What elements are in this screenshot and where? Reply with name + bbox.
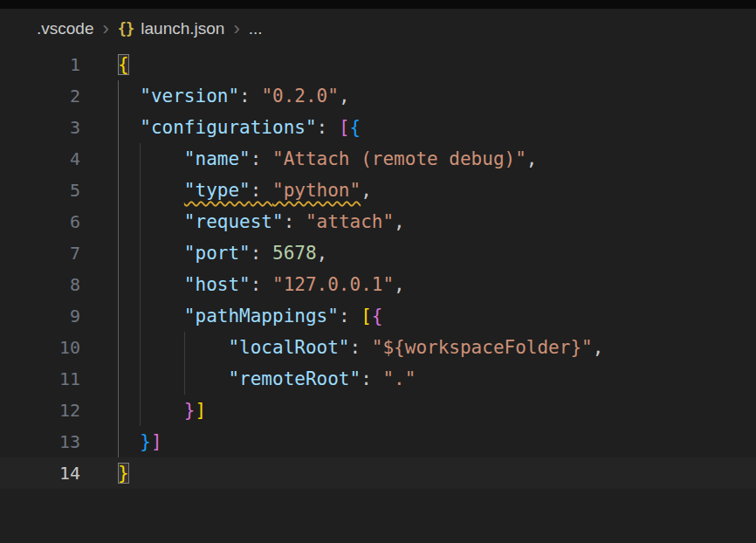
code-token: "request" <box>184 211 284 232</box>
code-token: "version" <box>140 86 239 107</box>
code-text: "name": "Attach (remote debug)", <box>80 143 537 175</box>
code-token: , <box>593 337 604 358</box>
code-token: } <box>140 431 151 452</box>
code-text: "type": "python", <box>80 175 372 206</box>
code-token: "python" <box>272 180 361 201</box>
code-line[interactable]: 13 }] <box>0 426 756 457</box>
code-line[interactable]: 2 "version": "0.2.0", <box>0 80 756 112</box>
code-line[interactable]: 7 "port": 5678, <box>0 237 756 269</box>
code-token: "type" <box>184 180 251 201</box>
code-text: } <box>80 457 129 489</box>
code-token: , <box>317 243 328 264</box>
top-bar <box>0 0 756 9</box>
code-line[interactable]: 9 "pathMappings": [{ <box>0 300 756 332</box>
code-line[interactable]: 8 "host": "127.0.0.1", <box>0 269 756 300</box>
code-token: "." <box>382 368 416 389</box>
code-token: [ <box>339 117 350 138</box>
code-token: [ <box>361 306 372 326</box>
code-token: , <box>526 148 538 169</box>
line-number[interactable]: 8 <box>0 269 80 300</box>
code-token: "localRoot" <box>228 337 349 358</box>
line-number[interactable]: 11 <box>0 363 80 395</box>
code-text: "version": "0.2.0", <box>80 80 350 112</box>
line-number[interactable]: 13 <box>0 426 80 457</box>
matched-bracket: } <box>118 463 129 484</box>
matched-bracket: { <box>118 54 129 75</box>
line-number[interactable]: 3 <box>0 112 80 143</box>
code-text: "port": 5678, <box>80 237 327 269</box>
code-token: "pathMappings" <box>184 306 339 326</box>
code-text: "host": "127.0.0.1", <box>80 269 405 300</box>
code-token: "0.2.0" <box>261 86 339 107</box>
code-token: , <box>339 86 350 107</box>
code-line[interactable]: 14} <box>0 457 756 489</box>
code-token: : <box>284 211 306 232</box>
code-text: }] <box>80 395 206 426</box>
breadcrumb-symbol-more[interactable]: ... <box>249 19 263 38</box>
code-line[interactable]: 11 "remoteRoot": "." <box>0 363 756 395</box>
code-token: "${workspaceFolder}" <box>372 337 593 358</box>
breadcrumb: .vscode › {} launch.json › ... <box>0 9 756 49</box>
line-number[interactable]: 9 <box>0 300 80 332</box>
line-number[interactable]: 12 <box>0 395 80 426</box>
code-token: "host" <box>184 274 251 295</box>
code-token: , <box>361 180 372 201</box>
code-text: "pathMappings": [{ <box>80 300 382 332</box>
code-token: : <box>251 180 272 201</box>
code-token: "name" <box>184 148 251 169</box>
code-token: ] <box>151 431 162 452</box>
code-line[interactable]: 1{ <box>0 49 756 80</box>
line-number[interactable]: 1 <box>0 49 80 80</box>
line-number[interactable]: 6 <box>0 206 80 237</box>
chevron-right-icon: › <box>233 19 239 38</box>
code-text: "configurations": [{ <box>80 112 361 143</box>
line-number[interactable]: 5 <box>0 175 80 206</box>
code-token: } <box>184 400 196 421</box>
code-token: : <box>317 117 339 138</box>
line-number[interactable]: 14 <box>0 457 80 489</box>
chevron-right-icon: › <box>102 19 108 38</box>
code-text: "request": "attach", <box>80 206 405 237</box>
code-token: : <box>251 148 272 169</box>
code-token: "Attach (remote debug)" <box>272 148 526 169</box>
code-token: : <box>361 368 382 389</box>
code-token: : <box>239 86 261 107</box>
line-number[interactable]: 2 <box>0 80 80 112</box>
code-token: , <box>394 274 405 295</box>
code-line[interactable]: 10 "localRoot": "${workspaceFolder}", <box>0 332 756 363</box>
code-token: : <box>339 306 361 326</box>
code-line[interactable]: 12 }] <box>0 395 756 426</box>
code-line[interactable]: 4 "name": "Attach (remote debug)", <box>0 143 756 175</box>
code-token: : <box>251 274 272 295</box>
line-number[interactable]: 7 <box>0 237 80 269</box>
code-line[interactable]: 3 "configurations": [{ <box>0 112 756 143</box>
code-token: : <box>350 337 372 358</box>
code-token: "remoteRoot" <box>228 368 361 389</box>
code-token: { <box>350 117 361 138</box>
code-text: "localRoot": "${workspaceFolder}", <box>80 332 603 363</box>
code-token: { <box>372 306 383 326</box>
code-text: "remoteRoot": "." <box>80 363 416 395</box>
code-token: ] <box>196 400 207 421</box>
line-number[interactable]: 4 <box>0 143 80 175</box>
code-token: "127.0.0.1" <box>272 274 394 295</box>
code-text: { <box>80 49 129 80</box>
code-token: , <box>394 211 405 232</box>
code-token: 5678 <box>272 243 317 264</box>
code-token: : <box>251 243 272 264</box>
code-token: "port" <box>184 243 251 264</box>
code-token: "configurations" <box>140 117 316 138</box>
code-token: "attach" <box>306 211 394 232</box>
json-file-icon: {} <box>118 20 134 38</box>
code-line[interactable]: 6 "request": "attach", <box>0 206 756 237</box>
code-text: }] <box>80 426 162 457</box>
editor-code-area[interactable]: 1{2 "version": "0.2.0",3 "configurations… <box>0 49 756 489</box>
breadcrumb-file[interactable]: launch.json <box>141 19 224 38</box>
line-number[interactable]: 10 <box>0 332 80 363</box>
breadcrumb-folder[interactable]: .vscode <box>37 19 93 38</box>
code-line[interactable]: 5 "type": "python", <box>0 175 756 206</box>
